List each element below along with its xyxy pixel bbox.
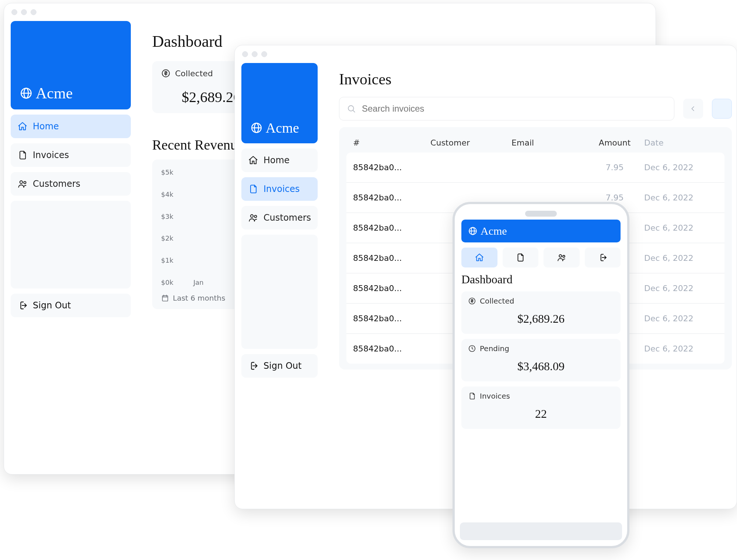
brand-name: Acme <box>36 84 73 102</box>
phone-bottom-bar <box>455 519 627 546</box>
y-tick: $3k <box>161 213 173 220</box>
cell-num: 85842ba0... <box>353 284 430 293</box>
col-num: # <box>353 138 430 147</box>
home-icon <box>248 155 258 165</box>
users-icon <box>17 179 28 189</box>
chart-footer-label: Last 6 months <box>173 294 225 302</box>
svg-point-14 <box>563 255 565 258</box>
page-title: Invoices <box>339 70 732 88</box>
users-icon <box>557 253 566 262</box>
svg-point-13 <box>559 255 562 257</box>
sign-out-icon <box>598 253 607 262</box>
y-tick: $5k <box>161 168 173 176</box>
stat-value: $3,468.09 <box>468 360 614 373</box>
phone-notch <box>525 211 557 217</box>
globe-icon <box>250 122 263 134</box>
sign-out-label: Sign Out <box>263 361 302 371</box>
y-tick: $1k <box>161 256 173 264</box>
stat-label: Collected <box>480 297 514 305</box>
svg-point-2 <box>20 181 22 183</box>
cell-num: 85842ba0... <box>353 344 430 353</box>
mobile-nav-customers[interactable] <box>544 248 580 267</box>
chart-y-axis: $5k $4k $3k $2k $1k $0k <box>161 168 173 286</box>
svg-rect-5 <box>163 296 168 301</box>
globe-icon <box>20 87 33 100</box>
sidebar: Acme Home Invoices Customers <box>235 63 324 384</box>
document-icon <box>516 253 525 262</box>
traffic-light-max-icon[interactable] <box>31 9 36 15</box>
stat-value: $2,689.26 <box>468 312 614 326</box>
phone-home-indicator <box>460 522 622 540</box>
sidebar-item-customers[interactable]: Customers <box>241 206 318 230</box>
sign-out-icon <box>248 361 258 371</box>
document-icon <box>17 150 28 160</box>
search-input[interactable] <box>361 103 667 114</box>
brand-logo: Acme <box>11 21 131 109</box>
mobile-preview: Acme Dashboard Co <box>453 202 629 548</box>
sidebar-item-customers[interactable]: Customers <box>11 172 131 196</box>
document-icon <box>468 392 476 400</box>
mobile-nav <box>461 248 621 267</box>
svg-point-9 <box>254 215 256 217</box>
sidebar-item-invoices[interactable]: Invoices <box>241 177 318 201</box>
window-controls <box>235 45 737 63</box>
search-icon <box>347 104 356 113</box>
cell-date: Dec 6, 2022 <box>644 284 718 293</box>
clock-icon <box>468 344 476 353</box>
mobile-nav-home[interactable] <box>461 248 497 267</box>
sign-out-button[interactable]: Sign Out <box>241 354 318 378</box>
calendar-icon <box>161 294 169 302</box>
cell-num: 85842ba0... <box>353 163 430 172</box>
mobile-page-title: Dashboard <box>461 273 621 286</box>
money-icon <box>161 69 171 78</box>
window-controls <box>4 3 656 21</box>
cell-date: Dec 6, 2022 <box>644 314 718 323</box>
sidebar-item-label: Customers <box>33 179 80 189</box>
traffic-light-close-icon[interactable] <box>11 9 17 15</box>
home-icon <box>475 253 484 262</box>
cell-amount: 7.95 <box>585 163 644 172</box>
mobile-nav-invoices[interactable] <box>503 248 539 267</box>
table-header: # Customer Email Amount Date <box>346 133 724 153</box>
col-customer: Customer <box>430 138 511 147</box>
sidebar-item-invoices[interactable]: Invoices <box>11 143 131 167</box>
globe-icon <box>468 226 478 236</box>
mobile-pending-card: Pending $3,468.09 <box>461 339 621 381</box>
sidebar-item-label: Home <box>33 121 59 132</box>
stat-label: Collected <box>175 69 213 78</box>
sidebar-item-label: Customers <box>263 213 311 223</box>
sidebar-filler <box>11 201 131 288</box>
brand-logo: Acme <box>461 220 621 242</box>
sidebar: Acme Home Invoices Customers <box>4 21 137 324</box>
table-row[interactable]: 85842ba0...7.95Dec 6, 2022 <box>346 153 724 183</box>
cell-num: 85842ba0... <box>353 253 430 263</box>
traffic-light-close-icon[interactable] <box>242 51 248 57</box>
y-tick: $2k <box>161 234 173 242</box>
sidebar-item-home[interactable]: Home <box>11 115 131 138</box>
sidebar-item-label: Invoices <box>33 150 69 160</box>
sign-out-button[interactable]: Sign Out <box>11 294 131 317</box>
col-date: Date <box>644 138 718 147</box>
traffic-light-min-icon[interactable] <box>252 51 258 57</box>
sidebar-item-label: Invoices <box>263 184 300 194</box>
svg-point-8 <box>251 215 253 217</box>
traffic-light-min-icon[interactable] <box>21 9 27 15</box>
cell-date: Dec 6, 2022 <box>644 163 718 172</box>
mobile-nav-signout[interactable] <box>585 248 621 267</box>
sidebar-item-home[interactable]: Home <box>241 148 318 172</box>
money-icon <box>468 297 476 305</box>
cell-num: 85842ba0... <box>353 314 430 323</box>
y-tick: $0k <box>161 279 173 286</box>
pager-page-1-button[interactable] <box>712 99 732 119</box>
sidebar-item-label: Home <box>263 155 290 165</box>
cell-num: 85842ba0... <box>353 193 430 202</box>
svg-point-10 <box>348 106 353 111</box>
chart-bar: Jan <box>180 275 217 286</box>
traffic-light-max-icon[interactable] <box>261 51 267 57</box>
pager-prev-button[interactable] <box>683 99 703 119</box>
brand-name: Acme <box>266 120 299 136</box>
stat-label: Invoices <box>480 392 510 400</box>
sign-out-label: Sign Out <box>33 300 71 311</box>
brand-name: Acme <box>481 225 507 237</box>
home-icon <box>17 121 28 132</box>
